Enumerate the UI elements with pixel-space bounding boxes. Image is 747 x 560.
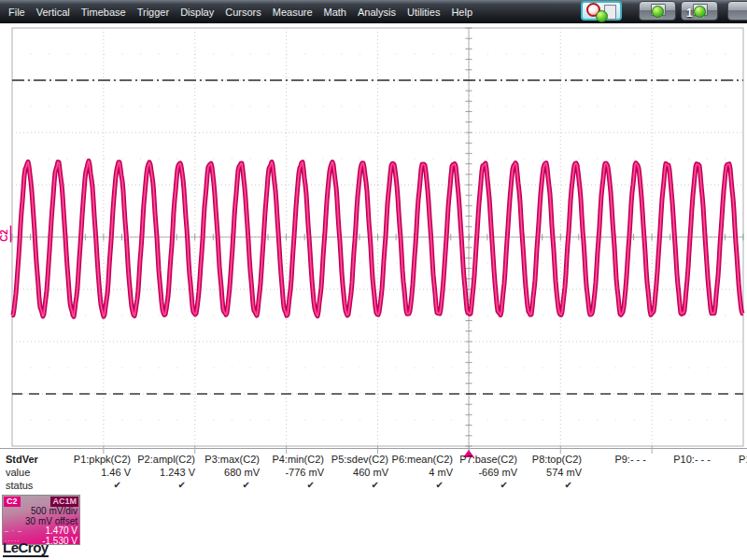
measure-status-p7: ✔ (453, 479, 517, 492)
measure-set-label: StdVer (6, 453, 38, 466)
menu-item-vertical[interactable]: Vertical (31, 7, 76, 18)
measure-column-p6: P6:mean(C2)4 mV✔ (388, 453, 453, 492)
measure-column-p1: P1:pkpk(C2)1.46 V✔ (66, 453, 131, 492)
measure-label-p4[interactable]: P4:min(C2) (260, 453, 324, 466)
green-ball-icon (596, 10, 608, 22)
display-lamp-button[interactable] (639, 1, 676, 21)
c2-zero-level-marker[interactable]: C2 (0, 229, 9, 241)
measure-status-p4: ✔ (260, 479, 324, 492)
measure-status-p3: ✔ (195, 479, 260, 492)
measure-status-p5: ✔ (324, 479, 388, 492)
measure-value-p5: 460 mV (324, 466, 388, 479)
channel-scale: 500 mV/div (3, 507, 79, 517)
measure-status-p2: ✔ (131, 479, 195, 492)
channel-c2-descriptor-box[interactable]: C2 AC1M 500 mV/div 30 mV offset ‒ · ‒ 1.… (2, 495, 80, 545)
green-ball-icon (652, 6, 664, 18)
measure-value-p3: 680 mV (195, 466, 260, 479)
clipped-toolbar-button[interactable] (727, 1, 747, 21)
measure-column-p10: P10:- - - (646, 453, 711, 492)
measure-column-p3: P3:max(C2)680 mV✔ (195, 453, 260, 492)
measure-label-p1[interactable]: P1:pkpk(C2) (66, 453, 131, 466)
display-lamp-1-button[interactable]: 1 (681, 1, 718, 21)
lecroy-logo: LeCroy (3, 540, 49, 557)
menu-item-timebase[interactable]: Timebase (76, 7, 132, 18)
menu-item-utilities[interactable]: Utilities (402, 7, 445, 18)
measure-label-p10[interactable]: P10:- - - (646, 453, 711, 466)
measure-value-p4: -776 mV (260, 466, 324, 479)
measure-row-labels: StdVer value status (6, 453, 38, 492)
capture-timer-button[interactable] (581, 1, 622, 21)
menu-item-math[interactable]: Math (318, 7, 352, 18)
measure-value-p6: 4 mV (388, 466, 453, 479)
menu-bar: FileVerticalTimebaseTriggerDisplayCursor… (0, 0, 747, 23)
menu-items: FileVerticalTimebaseTriggerDisplayCursor… (0, 7, 478, 18)
menu-item-cursors[interactable]: Cursors (219, 7, 267, 18)
measure-value-p8: 574 mV (517, 466, 582, 479)
button-number-badge: 1 (686, 7, 693, 20)
measure-label-p3[interactable]: P3:max(C2) (195, 453, 260, 466)
measure-column-p9: P9:- - - (582, 453, 646, 492)
menu-item-file[interactable]: File (3, 7, 31, 18)
oscilloscope-screen: FileVerticalTimebaseTriggerDisplayCursor… (0, 0, 747, 560)
measure-status-row-label: status (6, 479, 38, 492)
menu-item-help[interactable]: Help (445, 7, 478, 18)
channel-max-value: 1.470 V (46, 525, 78, 536)
measure-label-p9[interactable]: P9:- - - (582, 453, 646, 466)
measure-status-p8: ✔ (517, 479, 582, 492)
measure-column-p2: P2:ampl(C2)1.243 V✔ (131, 453, 195, 492)
measure-label-p6[interactable]: P6:mean(C2) (388, 453, 453, 466)
measure-column-p5: P5:sdev(C2)460 mV✔ (324, 453, 388, 492)
measure-status-p1: ✔ (66, 479, 131, 492)
measurement-panel: StdVer value status P1:pkpk(C2)1.46 V✔P2… (0, 449, 747, 560)
measure-label-p11[interactable]: P11:- - - (711, 453, 747, 466)
measure-label-p5[interactable]: P5:sdev(C2) (324, 453, 388, 466)
measure-value-row-label: value (6, 466, 38, 479)
measure-value-p7: -669 mV (453, 466, 517, 479)
green-ball-icon (694, 6, 706, 18)
measure-column-p4: P4:min(C2)-776 mV✔ (260, 453, 324, 492)
measure-label-p2[interactable]: P2:ampl(C2) (131, 453, 195, 466)
menu-item-analysis[interactable]: Analysis (352, 7, 402, 18)
measure-column-p8: P8:top(C2)574 mV✔ (517, 453, 582, 492)
measure-label-p8[interactable]: P8:top(C2) (517, 453, 582, 466)
measure-value-p2: 1.243 V (131, 466, 195, 479)
measure-value-p1: 1.46 V (66, 466, 131, 479)
menu-item-display[interactable]: Display (175, 7, 219, 18)
measure-column-p11: P11:- - - (711, 453, 747, 492)
measure-status-p6: ✔ (388, 479, 453, 492)
channel-c2-badge: C2 (4, 497, 21, 507)
menu-item-trigger[interactable]: Trigger (132, 7, 175, 18)
dashdot-line-icon: ‒ · ‒ (5, 526, 22, 537)
measure-columns: P1:pkpk(C2)1.46 V✔P2:ampl(C2)1.243 V✔P3:… (66, 453, 747, 492)
measure-column-p7: P7:base(C2)-669 mV✔ (453, 453, 517, 492)
measure-label-p7[interactable]: P7:base(C2) (453, 453, 517, 466)
menu-item-measure[interactable]: Measure (267, 7, 318, 18)
